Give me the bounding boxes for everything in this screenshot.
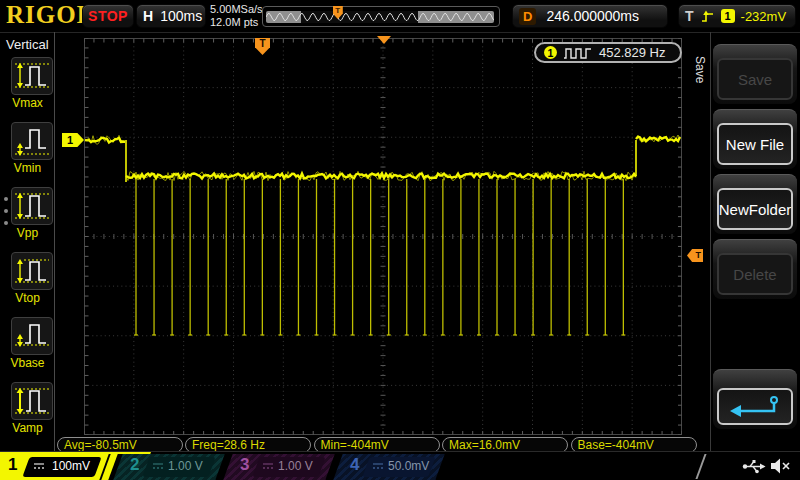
menu-item-vmin-label: Vmin	[0, 161, 55, 175]
menu-slot-6	[713, 369, 797, 429]
memory-depth: 12.0M pts	[210, 16, 263, 29]
measure-menu-title: Vertical	[6, 37, 49, 52]
menu-page-dot	[4, 209, 8, 213]
channel4-number: 4	[350, 455, 359, 475]
timebase-value: 100ms	[160, 8, 202, 24]
menu-slot-4: Delete	[713, 239, 797, 299]
usb-icon	[742, 459, 766, 474]
menu-slot-3: NewFolder	[713, 174, 797, 234]
counter-value: 452.829 Hz	[599, 45, 666, 60]
menu-item-vpp[interactable]	[11, 187, 53, 225]
dc-coupling-icon	[372, 462, 384, 470]
horizontal-label: H	[143, 8, 153, 24]
channel-status-bar: 1 100mV 2 1.00 V 3 1.00 V 4 50.0m	[0, 451, 800, 480]
dc-coupling-icon	[152, 462, 164, 470]
vmax-icon	[12, 58, 52, 94]
dc-coupling-icon	[262, 462, 274, 470]
memory-waveform-icon	[266, 11, 494, 23]
left-measure-menu: Vertical Vmax Vmin	[0, 32, 55, 452]
counter-channel-badge: 1	[544, 46, 557, 59]
rising-edge-icon	[700, 10, 715, 23]
menu-item-vmin[interactable]	[11, 122, 53, 160]
vmin-icon	[12, 123, 52, 159]
menu-item-vtop[interactable]	[11, 252, 53, 290]
menu-item-vmax-label: Vmax	[0, 96, 55, 110]
horizontal-timebase[interactable]: H 100ms	[136, 4, 206, 28]
save-button[interactable]: Save	[717, 58, 793, 100]
channel2-scale: 1.00 V	[168, 459, 203, 473]
scope-graticule-waveform	[84, 38, 682, 435]
trigger-delay-readout[interactable]: D 246.000000ms	[512, 4, 668, 28]
menu-page-dot	[4, 221, 8, 225]
menu-item-vtop-label: Vtop	[0, 291, 55, 305]
menu-slot-1: Save	[713, 44, 797, 104]
return-arrow-icon	[724, 394, 786, 420]
top-status-bar: RIGOL STOP H 100ms 5.00MSa/s 12.0M pts T…	[0, 0, 800, 33]
menu-slot-2: New File	[713, 109, 797, 169]
run-state-indicator: STOP	[82, 4, 134, 28]
oscilloscope-screen: RIGOL STOP H 100ms 5.00MSa/s 12.0M pts T…	[0, 0, 800, 480]
square-wave-icon	[563, 47, 593, 59]
menu-divider	[710, 32, 711, 452]
menu-item-vamp-label: Vamp	[0, 421, 55, 435]
delay-value: 246.000000ms	[546, 8, 639, 24]
sample-rate: 5.00MSa/s	[210, 3, 263, 16]
frequency-counter: 1 452.829 Hz	[534, 42, 682, 63]
trigger-source-badge: 1	[721, 9, 735, 23]
new-folder-button[interactable]: NewFolder	[717, 188, 793, 230]
trigger-readout[interactable]: T 1 -232mV	[678, 4, 796, 28]
menu-item-vbase-label: Vbase	[0, 356, 55, 370]
menu-item-vpp-label: Vpp	[0, 226, 55, 240]
channel2-number: 2	[130, 455, 139, 475]
trigger-label: T	[685, 8, 694, 24]
channel3-number: 3	[240, 455, 249, 475]
vamp-icon	[12, 383, 52, 419]
dc-coupling-icon	[33, 462, 45, 470]
trigger-center-indicator	[377, 36, 391, 44]
memory-strip: T	[266, 11, 494, 23]
channel3-scale: 1.00 V	[278, 459, 313, 473]
vtop-icon	[12, 253, 52, 289]
channel1-scale: 100mV	[52, 459, 90, 473]
channel1-ground-marker[interactable]: 1	[62, 133, 84, 147]
back-button[interactable]	[717, 388, 793, 425]
channel4-scale: 50.0mV	[388, 459, 429, 473]
run-state-label: STOP	[88, 8, 128, 24]
trigger-level-marker[interactable]: T	[687, 249, 703, 262]
vbase-icon	[12, 318, 52, 354]
menu-item-vamp[interactable]	[11, 382, 53, 420]
trigger-level-value: -232mV	[741, 9, 787, 24]
new-file-button[interactable]: New File	[717, 123, 793, 165]
menu-item-vmax[interactable]	[11, 57, 53, 95]
channel1-number: 1	[8, 455, 17, 475]
speaker-muted-icon	[770, 458, 792, 474]
menu-page-dot	[4, 197, 8, 201]
vpp-icon	[12, 188, 52, 224]
delete-button[interactable]: Delete	[717, 253, 793, 295]
statusbar-separator	[695, 454, 706, 479]
menu-tab-save: Save	[693, 56, 707, 83]
acquisition-info: 5.00MSa/s 12.0M pts	[210, 3, 263, 29]
menu-item-vbase[interactable]	[11, 317, 53, 355]
waveform-memory-bar[interactable]: T	[262, 6, 500, 27]
delay-label: D	[519, 8, 536, 25]
